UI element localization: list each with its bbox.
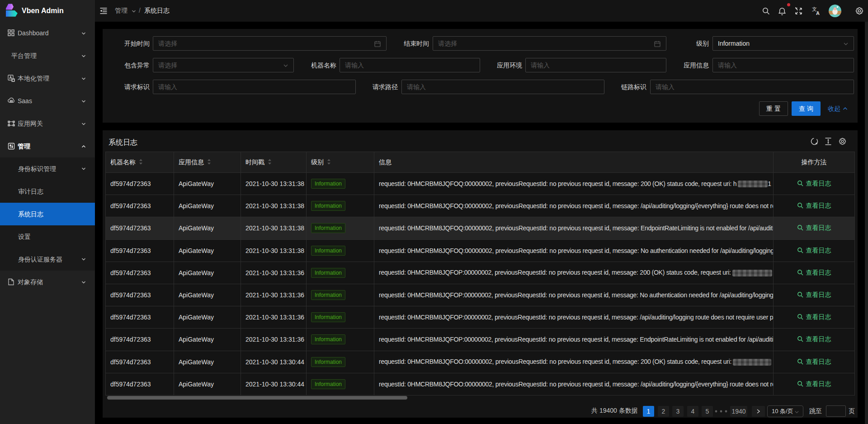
svg-text:A: A: [816, 10, 820, 15]
